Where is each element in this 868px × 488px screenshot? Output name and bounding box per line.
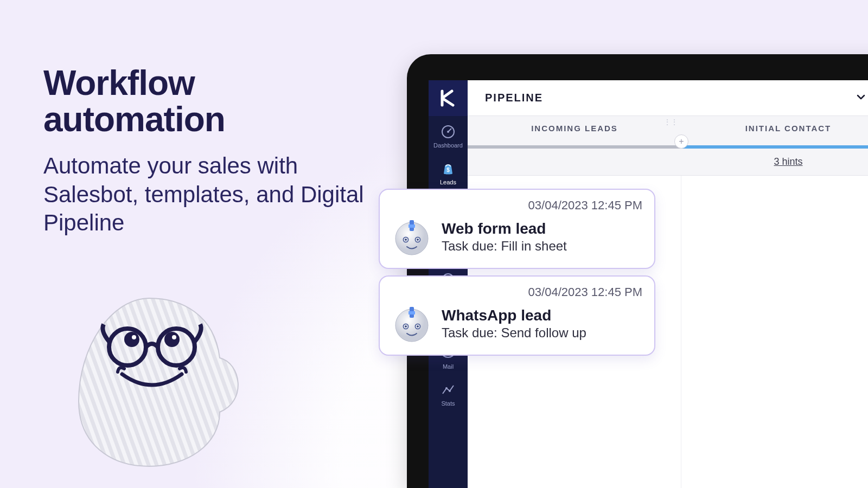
card-title: WhatsApp lead xyxy=(442,307,586,324)
hints-cell: 3 hints xyxy=(681,149,868,175)
svg-point-26 xyxy=(405,239,407,241)
svg-point-27 xyxy=(417,239,419,241)
card-timestamp: 03/04/2023 12:45 PM xyxy=(392,198,642,213)
svg-point-34 xyxy=(417,325,419,328)
sidebar-item-dashboard[interactable]: Dashboard xyxy=(429,116,468,153)
sidebar-item-label: Leads xyxy=(440,179,456,185)
drag-handle-icon[interactable]: ⋮⋮ xyxy=(664,118,678,126)
svg-rect-23 xyxy=(409,224,415,228)
svg-point-7 xyxy=(172,335,176,339)
sidebar-item-label: Stats xyxy=(441,400,455,407)
svg-point-19 xyxy=(445,387,448,389)
card-task: Task due: Send follow up xyxy=(442,325,586,341)
pipeline-columns-header: INCOMING LEADS ⋮⋮ INITIAL CONTACT + + ⋮⋮ xyxy=(468,116,868,149)
svg-point-20 xyxy=(449,390,451,392)
pipeline-dropdown[interactable] xyxy=(855,91,867,105)
card-timestamp: 03/04/2023 12:45 PM xyxy=(392,285,642,299)
notification-card[interactable]: 03/04/2023 12:45 PM WhatsApp lead Task d… xyxy=(379,275,655,356)
sidebar-item-label: Dashboard xyxy=(433,142,463,149)
topbar: PIPELINE xyxy=(468,80,868,116)
chevron-down-icon xyxy=(855,91,867,103)
svg-point-5 xyxy=(164,332,180,347)
svg-point-6 xyxy=(132,335,136,339)
column-bar xyxy=(468,145,681,149)
hints-cell-empty xyxy=(468,149,681,175)
hints-link[interactable]: 3 hints xyxy=(774,156,802,167)
column-title: INCOMING LEADS xyxy=(531,124,618,133)
gauge-icon xyxy=(440,124,456,140)
svg-rect-30 xyxy=(409,311,415,314)
column-bar xyxy=(681,145,868,149)
sidebar-item-leads[interactable]: $ Leads xyxy=(429,153,468,190)
stats-icon xyxy=(440,382,456,398)
board-column[interactable] xyxy=(681,176,868,488)
hero-title: Workflow automation xyxy=(43,65,380,138)
add-stage-button[interactable]: + xyxy=(674,134,688,149)
svg-point-4 xyxy=(124,332,139,347)
hero-subtitle: Automate your sales with Salesbot, templ… xyxy=(43,152,380,237)
svg-point-9 xyxy=(447,131,449,133)
svg-text:$: $ xyxy=(446,167,450,173)
app-logo[interactable] xyxy=(429,80,468,116)
notification-card[interactable]: 03/04/2023 12:45 PM Web form xyxy=(379,189,655,269)
sidebar-item-stats[interactable]: Stats xyxy=(429,374,468,411)
hero-copy: Workflow automation Automate your sales … xyxy=(43,65,380,237)
svg-point-33 xyxy=(405,325,407,328)
sidebar-item-label: Mail xyxy=(443,363,454,370)
column-title: INITIAL CONTACT xyxy=(745,124,832,133)
bag-icon: $ xyxy=(440,160,456,177)
mascot-character xyxy=(52,293,247,472)
card-task: Task due: Fill in sheet xyxy=(442,239,567,254)
card-title: Web form lead xyxy=(442,220,567,237)
bot-avatar-icon xyxy=(392,217,432,257)
logo-icon xyxy=(439,89,457,107)
notification-cards: 03/04/2023 12:45 PM Web form xyxy=(379,189,655,356)
bot-avatar-icon xyxy=(392,304,432,344)
pipeline-title: PIPELINE xyxy=(485,92,543,104)
column-incoming-leads: INCOMING LEADS ⋮⋮ xyxy=(468,116,681,149)
column-initial-contact: INITIAL CONTACT + + ⋮⋮ xyxy=(681,116,868,149)
hints-row: 3 hints xyxy=(468,149,868,176)
